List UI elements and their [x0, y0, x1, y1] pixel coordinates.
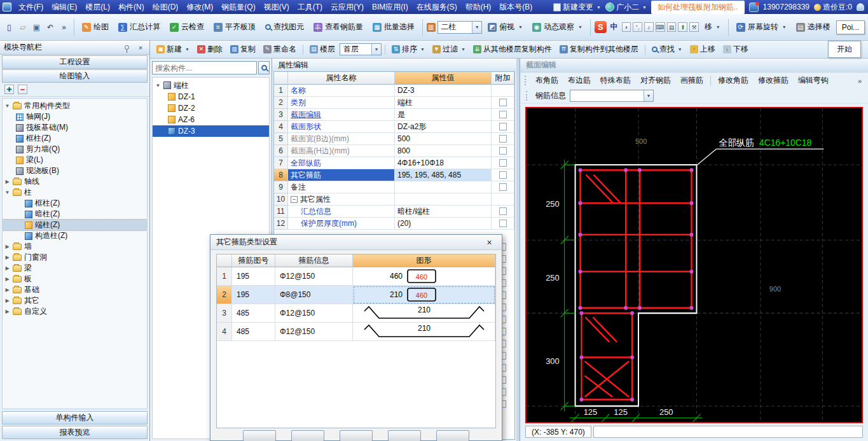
extra-checkbox[interactable] [499, 207, 507, 215]
summary-calc-button[interactable]: ∑ 汇总计算 [114, 18, 164, 36]
close-icon[interactable]: × [483, 237, 496, 248]
collapse-icon[interactable]: ▼ [155, 83, 161, 88]
tree-item-frame-column-z[interactable]: 框柱(Z) [3, 198, 147, 209]
menu-view[interactable]: 视图(V) [260, 0, 293, 15]
menu-tools[interactable]: 工具(T) [294, 0, 326, 15]
extra-checkbox[interactable] [499, 159, 507, 167]
collapse-icon[interactable]: ▼ [4, 190, 10, 195]
entity-combobox[interactable]: 二柱 ▼ [437, 21, 483, 34]
ime-language-toggle[interactable]: 中 [609, 22, 620, 32]
open-folder-icon[interactable]: ▱ [17, 21, 29, 33]
edit-hook-button[interactable]: 编辑弯钩 [794, 73, 833, 88]
component-item-dz1[interactable]: DZ-1 [153, 91, 269, 102]
toolbar-overflow-icon[interactable]: » [856, 77, 864, 85]
ime-mic-icon[interactable]: ♪ [644, 22, 654, 32]
menu-file[interactable]: 文件(F) [15, 0, 47, 15]
undo-icon[interactable]: ↶ [45, 21, 57, 33]
notification-bell-icon[interactable] [857, 3, 864, 11]
tree-item-shear-wall[interactable]: 剪力墙(Q) [3, 144, 147, 155]
property-row-section-shape[interactable]: 4 截面形状 DZ-a2形 [274, 121, 514, 133]
start-button[interactable]: 开始 [828, 41, 861, 58]
draw-button[interactable]: ✎ 绘图 [78, 18, 113, 36]
screen-rotate-dropdown[interactable]: ⟳ 屏幕旋转 ▼ [733, 18, 790, 36]
pin-icon[interactable] [121, 43, 132, 52]
extra-checkbox[interactable] [499, 135, 507, 143]
delete-button[interactable]: ✕ 删除 [194, 41, 226, 57]
section-canvas[interactable]: 500 900 [525, 107, 863, 423]
extra-checkbox[interactable] [499, 183, 507, 191]
stirrup-row-4[interactable]: 4 485 Φ12@150 210 [217, 323, 495, 341]
property-row-remark[interactable]: 9 备注 [274, 181, 514, 193]
hot-question-ticker[interactable]: 如何处理筏板附加钢筋.. [651, 1, 745, 14]
ime-halfwidth-icon[interactable]: ◗ [622, 22, 631, 32]
sogou-ime-icon[interactable]: S [595, 21, 607, 33]
dialog-title-bar[interactable]: 其它箍筋类型设置 × [210, 235, 502, 250]
ime-punctuation-icon[interactable]: °, [633, 22, 642, 32]
tree-item-common-types[interactable]: ▼ 常用构件类型 [3, 101, 147, 111]
filter-dropdown[interactable]: ▼ 过滤 ▼ [429, 41, 469, 57]
stirrup-shape-cell[interactable]: 210 [353, 304, 495, 323]
component-item-dz2[interactable]: DZ-2 [153, 102, 269, 114]
place-edge-rebar-button[interactable]: 布边筋 [563, 73, 595, 88]
stirrup-row-2[interactable]: 2 195 Φ8@150 210 460 [217, 286, 495, 304]
modify-corner-rebar-button[interactable]: 修改角筋 [713, 73, 753, 88]
tree-item-beam[interactable]: 梁(L) [3, 155, 147, 165]
menu-component[interactable]: 构件(N) [114, 0, 148, 15]
dialog-button[interactable] [243, 430, 276, 441]
stirrup-code[interactable]: 195 [232, 286, 275, 304]
copy-to-other-floor-button[interactable]: ⇈ 复制构件到其他楼层 [556, 41, 642, 57]
tree-item-axis[interactable]: ▶ 轴线 [3, 176, 147, 187]
property-row-other-stirrups[interactable]: 8 其它箍筋 195, 195, 485, 485 [274, 169, 514, 181]
menu-modify[interactable]: 修改(M) [183, 0, 217, 15]
tree-item-foundation-group[interactable]: ▶ 基础 [3, 284, 147, 295]
tree-item-axis-grid[interactable]: 轴网(J) [3, 111, 147, 122]
tree-item-raft-foundation[interactable]: 筏板基础(M) [3, 122, 147, 133]
place-corner-rebar-button[interactable]: 布角筋 [531, 73, 563, 88]
find-element-button[interactable]: 查找图元 [261, 18, 308, 36]
property-row-name[interactable]: 1 名称 DZ-3 [274, 85, 514, 97]
stirrup-info[interactable]: Φ12@150 [275, 304, 353, 323]
collapse-all-icon[interactable]: ━ [18, 85, 27, 94]
property-row-section-height[interactable]: 6 截面高(H边)(mm) 800 [274, 145, 514, 157]
property-row-all-longitudinal-rebar[interactable]: 7 全部纵筋 4Φ16+10Φ18 [274, 157, 514, 169]
property-value[interactable]: 4Φ16+10Φ18 [395, 157, 492, 169]
menu-edit[interactable]: 编辑(E) [48, 0, 81, 15]
tree-item-cast-slab[interactable]: 现浇板(B) [3, 165, 147, 176]
extra-checkbox[interactable] [499, 99, 507, 106]
ime-wrench-icon[interactable]: ⚒ [689, 22, 699, 32]
collapse-group-icon[interactable]: − [291, 196, 298, 203]
select-floor-button[interactable]: ▤ 选择楼 [792, 18, 834, 36]
new-file-icon[interactable]: ▯ [3, 21, 15, 33]
single-component-input-button[interactable]: 单构件输入 [2, 411, 148, 424]
property-value[interactable]: DZ-a2形 [395, 121, 492, 133]
tree-item-hidden-column[interactable]: 暗柱(Z) [3, 209, 147, 220]
property-value[interactable]: 800 [395, 145, 492, 157]
stirrup-row-1[interactable]: 1 195 Φ12@150 460 460 [217, 267, 495, 286]
rename-button[interactable]: ✎ 重命名 [260, 41, 300, 57]
toolbar-grip[interactable] [526, 91, 529, 101]
align-slab-top-button[interactable]: ≡ 平齐板顶 [210, 18, 259, 36]
expand-icon[interactable]: ▶ [4, 309, 10, 314]
property-row-section-width[interactable]: 5 截面宽(B边)(mm) 500 [274, 133, 514, 145]
property-row-other-attributes-group[interactable]: 10 −其它属性 [274, 193, 514, 206]
extra-checkbox[interactable] [499, 147, 507, 155]
property-value[interactable]: (20) [395, 218, 492, 230]
menu-floor[interactable]: 楼层(L) [81, 0, 114, 15]
menu-help[interactable]: 帮助(H) [462, 0, 495, 15]
expand-icon[interactable]: ▶ [4, 276, 10, 282]
property-value[interactable] [395, 181, 492, 193]
tree-item-wall-group[interactable]: ▶ 墙 [3, 241, 147, 252]
tree-item-door-window-group[interactable]: ▶ 门窗洞 [3, 252, 147, 263]
move-dropdown[interactable]: 移 ▼ [701, 18, 724, 36]
menu-version[interactable]: 版本号(B) [495, 0, 536, 15]
dialog-button[interactable] [291, 430, 324, 441]
assistant-button[interactable]: 广小二 ▼ [605, 2, 647, 13]
modify-stirrup-button[interactable]: 修改箍筋 [754, 73, 793, 88]
toolbar-overflow-icon[interactable]: » [58, 21, 70, 33]
property-value[interactable]: 500 [395, 133, 492, 145]
expand-icon[interactable]: ▶ [4, 298, 10, 304]
ime-keyboard-icon[interactable]: ⌨ [656, 22, 665, 32]
user-avatar-icon[interactable] [749, 3, 759, 12]
orbit-dropdown[interactable]: ◉ 动态观察 ▼ [528, 18, 586, 36]
expand-icon[interactable]: ▶ [4, 255, 10, 260]
